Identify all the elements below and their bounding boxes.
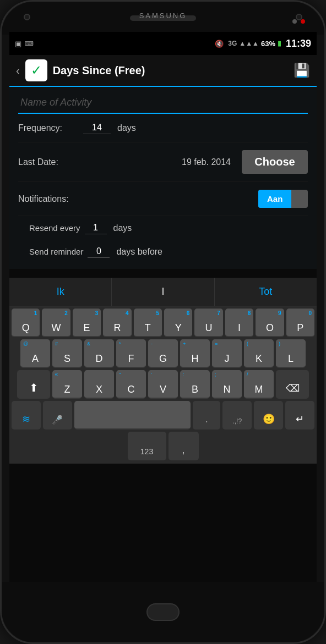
key-d[interactable]: &D xyxy=(84,339,114,368)
notifications-row: Notifications: Aan xyxy=(18,182,308,216)
home-button[interactable] xyxy=(146,603,180,621)
period-button[interactable]: . xyxy=(193,401,220,430)
key-r[interactable]: 4R xyxy=(103,309,131,337)
signal-icon: ▲▲▲ xyxy=(239,40,259,47)
app-header: ‹ ✓ Days Since (Free) 💾 xyxy=(9,55,317,87)
phone-top-hardware: SAMSUNG xyxy=(2,2,324,35)
resend-row: Resend every 1 days xyxy=(18,216,308,240)
suggestion-l[interactable]: l xyxy=(112,278,214,306)
key-n[interactable]: ;N xyxy=(212,370,242,399)
notifications-label: Notifications: xyxy=(18,194,79,204)
resend-value[interactable]: 1 xyxy=(85,222,107,234)
front-camera xyxy=(24,14,30,20)
app-icon-container: ✓ xyxy=(25,59,47,81)
app-checkmark-icon: ✓ xyxy=(31,63,42,78)
key-w[interactable]: 2W xyxy=(42,309,70,337)
suggestion-ik[interactable]: Ik xyxy=(9,278,112,306)
notification-light-2 xyxy=(301,19,305,24)
notifications-toggle[interactable]: Aan xyxy=(258,190,308,208)
selfie-camera xyxy=(296,14,302,20)
resend-unit: days xyxy=(113,223,132,233)
key-e[interactable]: 3E xyxy=(73,309,101,337)
phone-device: SAMSUNG ▣ ⌨ 🔇 3G ▲▲▲ 63% ▮ 11:39 ‹ xyxy=(0,0,326,644)
key-y[interactable]: 6Y xyxy=(164,309,192,337)
reminder-unit: days before xyxy=(116,247,162,257)
key-l[interactable]: )L xyxy=(276,339,306,368)
key-h[interactable]: +H xyxy=(180,339,210,368)
enter-button[interactable]: ↵ xyxy=(285,401,314,430)
shift-icon: ⬆ xyxy=(29,381,39,394)
frequency-row: Frequency: 14 days xyxy=(18,114,308,142)
key-f[interactable]: *F xyxy=(116,339,146,368)
backspace-button[interactable]: ⌫ xyxy=(276,370,309,399)
key-b[interactable]: :B xyxy=(180,370,210,399)
last-date-row: Last Date: 19 feb. 2014 Choose xyxy=(18,142,308,182)
keyboard-icon: ⌨ xyxy=(25,40,34,47)
swype-button[interactable]: ≋ xyxy=(12,401,41,430)
key-p[interactable]: 0P xyxy=(286,309,314,337)
battery-icon: ▮ xyxy=(278,40,281,47)
reminder-value[interactable]: 0 xyxy=(88,245,110,258)
key-x[interactable]: X xyxy=(84,370,114,399)
key-z[interactable]: €Z xyxy=(52,370,82,399)
key-c[interactable]: "C xyxy=(116,370,146,399)
punct-icon: .,!? xyxy=(232,417,242,425)
status-right: 🔇 3G ▲▲▲ 63% ▮ 11:39 xyxy=(215,38,311,49)
key-k[interactable]: (K xyxy=(244,339,274,368)
key-q[interactable]: 1Q xyxy=(12,309,40,337)
toggle-on-label: Aan xyxy=(258,190,291,208)
key-v[interactable]: 'V xyxy=(148,370,178,399)
reminder-row: Send reminder 0 days before xyxy=(18,240,308,263)
resend-label: Resend every xyxy=(29,223,80,233)
notification-light-1 xyxy=(292,19,297,24)
brand-label: SAMSUNG xyxy=(139,12,187,20)
network-label: 3G xyxy=(228,40,237,47)
key-o[interactable]: 9O xyxy=(256,309,284,337)
battery-percent: 63% xyxy=(261,40,275,48)
emoji-button[interactable]: 🙂 xyxy=(254,401,283,430)
punct-button[interactable]: .,!? xyxy=(222,401,252,430)
app-title: Days Since (Free) xyxy=(53,64,288,77)
choose-button[interactable]: Choose xyxy=(242,150,308,174)
keyboard-keys: 1Q 2W 3E 4R 5T 6Y 7U 8I 9O 0P @A #S &D *… xyxy=(9,306,317,464)
frequency-unit: days xyxy=(117,123,136,133)
key-row-3: ⬆ €Z X "C 'V :B ;N /M ⌫ xyxy=(12,370,314,399)
backspace-icon: ⌫ xyxy=(286,382,300,394)
back-button[interactable]: ‹ xyxy=(16,64,20,77)
status-bar: ▣ ⌨ 🔇 3G ▲▲▲ 63% ▮ 11:39 xyxy=(9,32,317,55)
time-display: 11:39 xyxy=(286,38,311,49)
key-a[interactable]: @A xyxy=(20,339,50,368)
reminder-label: Send reminder xyxy=(29,247,83,256)
comma-button[interactable]: , xyxy=(169,432,199,460)
key-row-5: 123 , xyxy=(12,432,314,460)
key-u[interactable]: 7U xyxy=(194,309,222,337)
space-button[interactable] xyxy=(74,401,191,430)
save-button[interactable]: 💾 xyxy=(294,63,310,78)
key-row-2: @A #S &D *F -G +H =J (K )L xyxy=(12,339,314,368)
frequency-value[interactable]: 14 xyxy=(83,122,111,134)
suggestion-tot[interactable]: Tot xyxy=(215,278,317,306)
key-row-4: ≋ 🎤 . .,!? 🙂 ↵ xyxy=(12,401,314,430)
activity-name-input[interactable] xyxy=(18,92,308,114)
key-j[interactable]: =J xyxy=(212,339,242,368)
mic-button[interactable]: 🎤 xyxy=(43,401,72,430)
enter-icon: ↵ xyxy=(296,413,304,425)
key-g[interactable]: -G xyxy=(148,339,178,368)
form-area: Frequency: 14 days Last Date: 19 feb. 20… xyxy=(9,87,317,269)
emoji-icon: 🙂 xyxy=(263,413,275,425)
numbers-button[interactable]: 123 xyxy=(128,432,166,460)
shift-button[interactable]: ⬆ xyxy=(17,370,50,399)
mic-icon: 🎤 xyxy=(52,415,63,425)
period-label: . xyxy=(205,414,208,425)
key-m[interactable]: /M xyxy=(244,370,274,399)
swype-icon: ≋ xyxy=(22,413,30,425)
screen-icon: ▣ xyxy=(15,40,21,48)
key-s[interactable]: #S xyxy=(52,339,82,368)
frequency-label: Frequency: xyxy=(18,123,79,133)
key-t[interactable]: 5T xyxy=(134,309,162,337)
keyboard-suggestions: Ik l Tot xyxy=(9,278,317,306)
key-i[interactable]: 8I xyxy=(225,309,253,337)
last-date-label: Last Date: xyxy=(18,157,79,167)
keyboard-area: Ik l Tot 1Q 2W 3E 4R 5T 6Y xyxy=(9,278,317,464)
screen: ▣ ⌨ 🔇 3G ▲▲▲ 63% ▮ 11:39 ‹ ✓ Days Since … xyxy=(9,32,317,582)
